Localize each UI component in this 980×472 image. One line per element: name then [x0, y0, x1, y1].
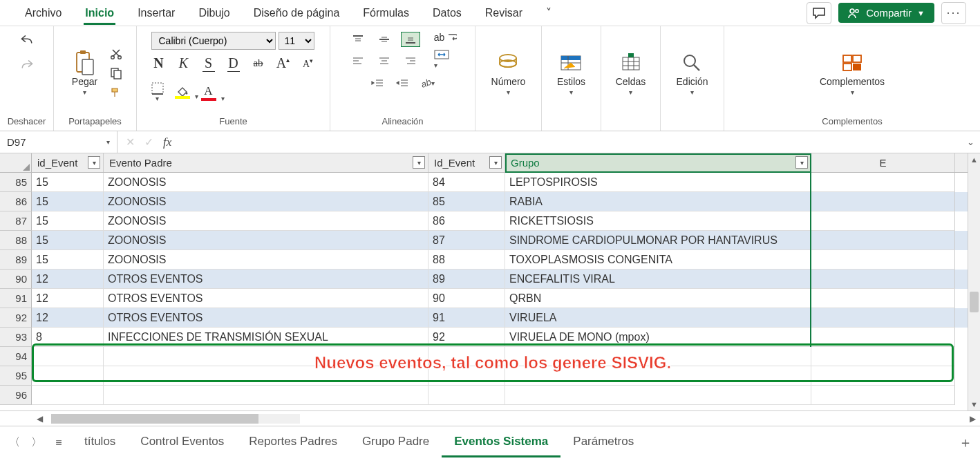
- align-bottom-button[interactable]: [401, 32, 420, 47]
- undo-button[interactable]: [19, 32, 35, 47]
- cell[interactable]: [811, 211, 955, 231]
- cell[interactable]: [811, 231, 955, 250]
- paste-button[interactable]: Pegar ▾: [66, 48, 103, 99]
- sheet-list-button[interactable]: ≡: [50, 434, 68, 452]
- row-header[interactable]: 95: [0, 366, 32, 386]
- cell[interactable]: [811, 289, 955, 308]
- menu-tab-diseño-de-página[interactable]: Diseño de página: [243, 1, 351, 25]
- more-options-button[interactable]: ···: [941, 2, 966, 24]
- copy-button[interactable]: [109, 66, 124, 81]
- addins-button[interactable]: Complementos ▾: [814, 48, 890, 99]
- cell[interactable]: OTROS EVENTOS: [104, 270, 428, 289]
- cell[interactable]: 88: [428, 250, 505, 270]
- row-header[interactable]: 91: [0, 289, 32, 308]
- filter-button[interactable]: ▾: [795, 156, 808, 169]
- cell[interactable]: [505, 386, 811, 405]
- expand-formula-bar-button[interactable]: ⌄: [961, 137, 980, 147]
- cell[interactable]: ZOONOSIS: [104, 250, 428, 270]
- align-middle-button[interactable]: [375, 32, 394, 47]
- cell[interactable]: SINDROME CARDIOPULMONAR POR HANTAVIRUS: [505, 231, 811, 250]
- horizontal-scrollbar[interactable]: ◀ ▶: [0, 410, 980, 426]
- shrink-font-button[interactable]: A▾: [301, 57, 316, 70]
- column-header-D[interactable]: Grupo▾: [505, 153, 811, 172]
- row-header[interactable]: 90: [0, 270, 32, 289]
- bold-button[interactable]: N: [151, 55, 167, 71]
- cell[interactable]: TOXOPLASMOSIS CONGENITA: [505, 250, 811, 270]
- font-color-button[interactable]: A▾: [201, 84, 216, 101]
- cell[interactable]: ENCEFALITIS VIRAL: [505, 270, 811, 289]
- sheet-tab-eventos-sistema[interactable]: Eventos Sistema: [442, 428, 560, 457]
- redo-button[interactable]: [19, 57, 35, 72]
- cut-button[interactable]: [109, 46, 124, 62]
- share-button[interactable]: Compartir ▼: [838, 3, 934, 23]
- wrap-text-button[interactable]: ab: [434, 32, 458, 43]
- sheet-nav-prev[interactable]: 〈: [6, 434, 23, 452]
- hscroll-thumb[interactable]: [51, 414, 258, 424]
- cell[interactable]: 15: [32, 231, 104, 250]
- merge-button[interactable]: ▾: [434, 50, 458, 70]
- cell[interactable]: VIRUELA: [505, 308, 811, 328]
- cell[interactable]: OTROS EVENTOS: [104, 308, 428, 328]
- align-center-button[interactable]: [375, 53, 394, 68]
- cell[interactable]: 84: [428, 173, 505, 192]
- sheet-tab-títulos[interactable]: títulos: [72, 428, 128, 457]
- column-header-A[interactable]: id_Event▾: [32, 153, 104, 172]
- scroll-thumb[interactable]: [970, 292, 979, 312]
- cell[interactable]: [811, 386, 955, 405]
- cell[interactable]: 86: [428, 211, 505, 231]
- cell[interactable]: ZOONOSIS: [104, 173, 428, 192]
- editing-button[interactable]: Edición ▾: [671, 48, 714, 99]
- cell[interactable]: [811, 250, 955, 270]
- font-size-select[interactable]: 11: [279, 32, 314, 50]
- cell[interactable]: [32, 386, 104, 405]
- menu-tab-revisar[interactable]: Revisar: [474, 1, 534, 25]
- cell[interactable]: OTROS EVENTOS: [104, 289, 428, 308]
- filter-button[interactable]: ▾: [88, 156, 100, 169]
- scroll-right-button[interactable]: ▶: [965, 414, 980, 424]
- borders-button[interactable]: ▾: [151, 82, 164, 102]
- cell[interactable]: 87: [428, 231, 505, 250]
- italic-button[interactable]: K: [176, 55, 191, 71]
- menu-tab-archivo[interactable]: Archivo: [14, 1, 73, 25]
- sheet-tab-control-eventos[interactable]: Control Eventos: [128, 428, 236, 457]
- scroll-down-button[interactable]: ▼: [968, 398, 980, 410]
- vertical-scrollbar[interactable]: ▲ ▼: [968, 153, 980, 410]
- row-header[interactable]: 85: [0, 173, 32, 192]
- fill-color-button[interactable]: ▾: [175, 86, 190, 99]
- menu-tab-inicio[interactable]: Inicio: [74, 1, 125, 25]
- underline-button[interactable]: S: [201, 55, 216, 71]
- decrease-indent-button[interactable]: [370, 75, 385, 91]
- sheet-tab-reportes-padres[interactable]: Reportes Padres: [236, 428, 350, 457]
- cell[interactable]: QRBN: [505, 289, 811, 308]
- cell[interactable]: 12: [32, 289, 104, 308]
- scroll-left-button[interactable]: ◀: [32, 414, 47, 424]
- row-header[interactable]: 87: [0, 211, 32, 231]
- cell[interactable]: 85: [428, 192, 505, 211]
- insert-function-button[interactable]: fx: [163, 135, 171, 149]
- align-right-button[interactable]: [401, 53, 420, 68]
- strikethrough-button[interactable]: ab: [251, 57, 266, 69]
- cell[interactable]: [428, 386, 505, 405]
- row-header[interactable]: 86: [0, 192, 32, 211]
- formula-input[interactable]: [180, 131, 961, 153]
- format-painter-button[interactable]: [109, 85, 124, 100]
- double-underline-button[interactable]: D: [226, 55, 241, 71]
- column-header-C[interactable]: Id_Event▾: [428, 153, 505, 172]
- row-header[interactable]: 94: [0, 347, 32, 366]
- align-top-button[interactable]: [348, 32, 368, 47]
- orientation-button[interactable]: ab▾: [420, 75, 435, 91]
- menu-tab-fórmulas[interactable]: Fórmulas: [352, 1, 420, 25]
- cell[interactable]: 12: [32, 308, 104, 328]
- cell[interactable]: 90: [428, 289, 505, 308]
- menu-tab-insertar[interactable]: Insertar: [126, 1, 186, 25]
- cell[interactable]: RABIA: [505, 192, 811, 211]
- styles-button[interactable]: Estilos ▾: [552, 48, 591, 99]
- sheet-tab-grupo-padre[interactable]: Grupo Padre: [350, 428, 442, 457]
- menu-tab-dibujo[interactable]: Dibujo: [187, 1, 241, 25]
- sheet-nav-next[interactable]: 〉: [28, 434, 46, 452]
- cell[interactable]: 15: [32, 250, 104, 270]
- scroll-up-button[interactable]: ▲: [968, 153, 980, 166]
- cell[interactable]: ZOONOSIS: [104, 231, 428, 250]
- cell[interactable]: 15: [32, 192, 104, 211]
- confirm-formula-button[interactable]: ✓: [144, 135, 153, 149]
